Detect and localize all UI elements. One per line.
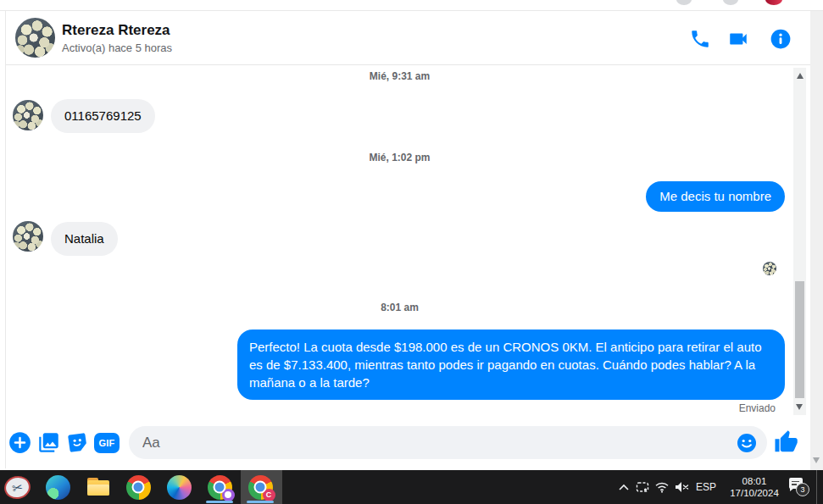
notification-count-badge: 3 — [796, 483, 809, 496]
taskbar-app-snipping-tool[interactable]: ✂ — [3, 474, 31, 501]
contact-active-status: Activo(a) hace 5 horas — [62, 42, 172, 54]
browser-profile-badge — [765, 0, 782, 5]
attach-sticker-button[interactable] — [66, 431, 89, 454]
voice-call-button[interactable] — [689, 28, 711, 50]
info-icon — [770, 28, 792, 50]
timestamp: Mié, 9:31 am — [6, 70, 793, 82]
contact-name: Rtereza Rtereza — [62, 22, 170, 39]
message-bubble-outgoing[interactable]: Me decis tu nombre — [646, 181, 785, 212]
sent-status: Enviado — [739, 402, 776, 414]
running-app-indicator — [247, 501, 274, 503]
browser-chrome-strip — [0, 0, 823, 11]
attach-gif-button[interactable]: GIF — [94, 433, 120, 453]
scissors-icon: ✂ — [2, 474, 32, 501]
timestamp: 8:01 am — [6, 302, 793, 313]
tray-volume-button[interactable] — [674, 480, 689, 494]
taskbar-app-chrome-profile-1[interactable] — [206, 474, 233, 501]
scroll-down-arrow-icon[interactable] — [813, 457, 820, 463]
windows-taskbar: ✂ C — [0, 470, 823, 504]
page-scrollbar[interactable] — [810, 11, 823, 470]
send-like-button[interactable] — [773, 429, 798, 455]
chrome-icon: C — [248, 475, 273, 500]
phone-icon — [689, 28, 711, 50]
messenger-window: Rtereza Rtereza Activo(a) hace 5 horas M… — [0, 0, 823, 504]
taskbar-app-file-explorer[interactable] — [85, 474, 112, 501]
message-bubble-incoming[interactable]: 01165769125 — [51, 99, 155, 133]
date: 17/10/2024 — [721, 487, 787, 499]
photo-library-icon — [37, 431, 60, 454]
notification-icon-tail — [790, 488, 794, 491]
chat-scrollbar[interactable] — [793, 68, 806, 415]
clock[interactable]: 08:01 17/10/2024 — [721, 475, 787, 499]
scroll-up-arrow-icon[interactable] — [797, 73, 804, 79]
folder-icon — [86, 476, 111, 498]
video-call-button[interactable] — [727, 28, 749, 50]
chrome-icon — [126, 475, 151, 500]
sticker-smiley-icon — [66, 431, 89, 454]
timestamp: Mié, 1:02 pm — [6, 152, 793, 163]
browser-toolbar-item — [676, 0, 692, 5]
seen-indicator-avatar — [763, 262, 776, 275]
tray-cast-button[interactable] — [635, 480, 650, 494]
wifi-icon — [654, 480, 670, 494]
emoji-smiley-icon — [737, 433, 757, 453]
cast-screen-icon — [635, 480, 650, 494]
video-camera-icon — [727, 28, 749, 50]
chevron-up-icon — [616, 480, 631, 494]
running-app-indicator — [206, 501, 233, 503]
conversation-info-button[interactable] — [770, 28, 792, 50]
open-more-actions-button[interactable] — [8, 431, 31, 454]
contact-avatar — [13, 221, 43, 252]
plus-circle-icon — [8, 431, 31, 454]
chrome-icon — [208, 475, 232, 500]
scrollbar-thumb[interactable] — [795, 281, 804, 398]
notification-center-button[interactable]: 3 — [789, 478, 809, 496]
thumbs-up-icon — [773, 429, 798, 455]
tray-wifi-button[interactable] — [654, 480, 670, 494]
conversation-header: Rtereza Rtereza Activo(a) hace 5 horas — [6, 11, 810, 65]
edge-browser-icon — [46, 475, 70, 500]
taskbar-app-edge[interactable] — [44, 474, 71, 501]
contact-avatar[interactable] — [15, 18, 55, 58]
profile-letter-badge: C — [263, 489, 275, 501]
message-bubble-incoming[interactable]: Natalia — [51, 222, 118, 256]
copilot-icon — [167, 475, 192, 500]
scroll-down-arrow-icon[interactable] — [796, 404, 803, 410]
browser-toolbar-item — [723, 0, 738, 5]
taskbar-app-chrome-profile-2[interactable]: C — [247, 474, 274, 501]
show-desktop-divider[interactable] — [816, 470, 817, 504]
volume-muted-icon — [674, 480, 689, 494]
emoji-picker-button[interactable] — [737, 433, 757, 453]
gif-icon: GIF — [98, 438, 114, 448]
language-indicator[interactable]: ESP — [696, 481, 716, 493]
time: 08:01 — [721, 475, 787, 487]
profile-avatar-badge — [222, 489, 235, 501]
taskbar-app-copilot[interactable] — [165, 474, 192, 501]
tray-expand-button[interactable] — [616, 480, 631, 494]
taskbar-app-chrome[interactable] — [125, 474, 152, 501]
message-input[interactable] — [129, 426, 767, 459]
contact-avatar — [13, 100, 43, 130]
attach-photo-button[interactable] — [37, 431, 60, 454]
message-list: Mié, 9:31 am 01165769125 Mié, 1:02 pm Me… — [6, 65, 793, 424]
message-bubble-outgoing[interactable]: Perfecto! La cuota desde $198.000 es de … — [237, 330, 785, 400]
